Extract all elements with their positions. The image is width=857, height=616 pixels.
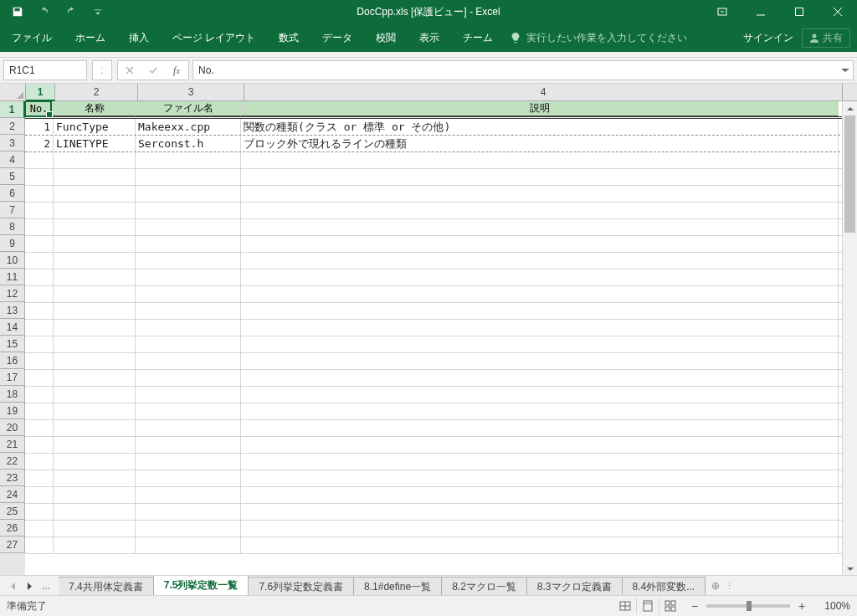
cell[interactable] xyxy=(241,286,839,302)
cell[interactable] xyxy=(241,236,839,252)
cell[interactable]: 関数の種類(クラス or 標準 or その他) xyxy=(241,119,839,135)
cell[interactable] xyxy=(25,320,54,336)
cell[interactable] xyxy=(54,537,136,553)
cell[interactable]: 1 xyxy=(25,119,54,135)
cell[interactable] xyxy=(241,403,839,419)
cell[interactable] xyxy=(25,236,54,252)
add-sheet-button[interactable]: ⊕ xyxy=(706,576,726,596)
cell[interactable] xyxy=(54,186,136,202)
zoom-slider-thumb[interactable] xyxy=(747,601,752,611)
sheet-nav-first[interactable] xyxy=(5,578,20,593)
cell[interactable] xyxy=(25,403,54,419)
row-header[interactable]: 6 xyxy=(0,185,25,202)
cell[interactable] xyxy=(54,437,136,453)
cell[interactable] xyxy=(54,286,136,302)
cell[interactable] xyxy=(25,537,54,553)
cell[interactable] xyxy=(136,236,241,252)
column-header[interactable]: 3 xyxy=(138,84,244,100)
tab-formulas[interactable]: 数式 xyxy=(267,23,310,52)
cell[interactable] xyxy=(25,487,54,503)
vertical-scrollbar[interactable] xyxy=(842,101,857,576)
cell[interactable] xyxy=(241,387,839,403)
row-header[interactable]: 27 xyxy=(0,536,25,553)
row-header[interactable]: 10 xyxy=(0,252,25,269)
cell[interactable] xyxy=(241,521,839,536)
cell[interactable] xyxy=(136,403,241,419)
scroll-up-button[interactable] xyxy=(843,101,857,116)
row-header[interactable]: 16 xyxy=(0,352,25,369)
row-header[interactable]: 3 xyxy=(0,135,25,151)
zoom-percent[interactable]: 100% xyxy=(813,600,850,612)
cell[interactable] xyxy=(54,152,136,168)
cell[interactable] xyxy=(25,219,54,235)
cell[interactable] xyxy=(54,253,136,269)
cell[interactable] xyxy=(25,169,54,185)
cell[interactable] xyxy=(241,253,839,269)
cell[interactable] xyxy=(136,203,241,218)
minimize-button[interactable] xyxy=(742,0,780,23)
sheet-tab[interactable]: 8.1#define一覧 xyxy=(353,577,442,596)
cell[interactable] xyxy=(136,320,241,336)
close-button[interactable] xyxy=(819,0,857,23)
cell[interactable] xyxy=(54,387,136,403)
horizontal-scrollbar[interactable] xyxy=(732,576,857,596)
cell[interactable]: ブロック外で現れるラインの種類 xyxy=(241,136,839,151)
scroll-track[interactable] xyxy=(843,116,857,562)
cell[interactable] xyxy=(25,286,54,302)
cell[interactable] xyxy=(25,504,54,520)
select-all-button[interactable] xyxy=(0,84,26,100)
insert-function-button[interactable]: fx xyxy=(165,61,188,80)
row-header[interactable]: 15 xyxy=(0,336,25,352)
cell[interactable] xyxy=(241,219,839,235)
tab-review[interactable]: 校閲 xyxy=(364,23,408,52)
cell[interactable] xyxy=(241,504,839,520)
sheet-tab[interactable]: 7.5列挙定数一覧 xyxy=(153,576,249,596)
cell[interactable] xyxy=(54,320,136,336)
cell[interactable] xyxy=(136,336,241,352)
row-header[interactable]: 26 xyxy=(0,520,25,536)
cell[interactable] xyxy=(241,203,839,218)
sheet-tab[interactable]: 8.3マクロ定義書 xyxy=(526,577,623,596)
view-normal-button[interactable] xyxy=(614,598,636,614)
insert-row-button[interactable]: : xyxy=(92,60,112,80)
cell[interactable] xyxy=(54,470,136,486)
tab-page-layout[interactable]: ページ レイアウト xyxy=(161,23,267,52)
row-header[interactable]: 7 xyxy=(0,202,25,218)
cell[interactable] xyxy=(54,487,136,503)
cell[interactable] xyxy=(25,303,54,319)
sheet-tab[interactable]: 8.2マクロ一覧 xyxy=(441,577,527,596)
cell[interactable] xyxy=(25,420,54,436)
row-header[interactable]: 18 xyxy=(0,386,25,403)
zoom-slider[interactable] xyxy=(706,604,790,608)
cancel-formula-button[interactable] xyxy=(118,61,141,80)
cell[interactable] xyxy=(136,387,241,403)
cell[interactable] xyxy=(136,303,241,319)
column-header[interactable]: 4 xyxy=(244,84,843,100)
cell[interactable]: 2 xyxy=(25,136,54,151)
row-header[interactable]: 5 xyxy=(0,168,25,185)
cell[interactable] xyxy=(241,470,839,486)
cell[interactable] xyxy=(136,537,241,553)
sign-in-link[interactable]: サインイン xyxy=(743,31,793,45)
cell[interactable] xyxy=(136,219,241,235)
save-button[interactable] xyxy=(5,2,30,22)
tab-split-handle[interactable] xyxy=(726,576,732,596)
formula-expand-button[interactable] xyxy=(838,61,853,80)
cell[interactable] xyxy=(54,420,136,436)
zoom-in-button[interactable]: + xyxy=(795,599,808,613)
row-header[interactable]: 8 xyxy=(0,218,25,235)
cell[interactable] xyxy=(136,353,241,369)
cell[interactable] xyxy=(136,169,241,185)
cell[interactable] xyxy=(241,487,839,503)
cell[interactable] xyxy=(54,521,136,536)
cell[interactable] xyxy=(54,270,136,285)
cell[interactable] xyxy=(25,437,54,453)
view-page-break-button[interactable] xyxy=(659,598,681,614)
cell[interactable] xyxy=(54,353,136,369)
cells-container[interactable]: No. 名称 ファイル名 説明 1 FuncType Makeexx.cpp 関… xyxy=(25,101,857,576)
cell[interactable] xyxy=(241,320,839,336)
cell[interactable] xyxy=(241,370,839,386)
row-header[interactable]: 24 xyxy=(0,486,25,503)
column-header[interactable]: 2 xyxy=(55,84,138,100)
row-header[interactable]: 21 xyxy=(0,436,25,453)
